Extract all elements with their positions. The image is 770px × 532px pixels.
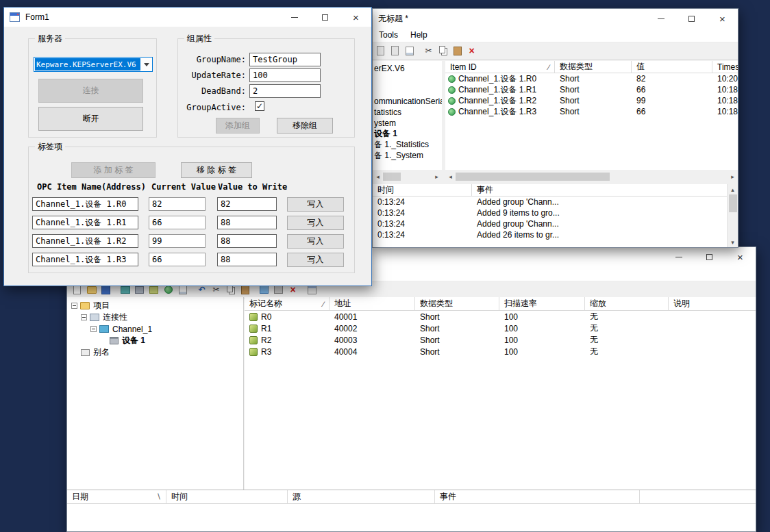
write-button[interactable]: 写入 — [287, 216, 344, 230]
current-value-field[interactable]: 82 — [149, 197, 206, 211]
maximize-button[interactable] — [310, 8, 340, 27]
scrollbar-thumb[interactable] — [383, 173, 401, 181]
scroll-left-icon[interactable]: ◂ — [445, 171, 456, 181]
item-name-field[interactable]: Channel_1.设备 1.R3 — [32, 253, 138, 266]
close-button[interactable]: × — [725, 247, 756, 267]
tree-item-aliases[interactable]: 别名 — [67, 346, 243, 358]
column-header-event[interactable]: 事件 — [435, 490, 640, 503]
tree-item-channel-1[interactable]: Channel_1 — [67, 323, 243, 335]
tree-item-group[interactable]: tatistics — [373, 106, 442, 118]
column-header-source[interactable]: 源 — [288, 490, 435, 503]
write-button[interactable]: 写入 — [287, 197, 344, 212]
item-name-field[interactable]: Channel_1.设备 1.R1 — [32, 216, 138, 229]
minimize-button[interactable] — [645, 9, 676, 28]
tree-item-group[interactable]: ystem — [373, 117, 442, 129]
maximize-button[interactable] — [694, 247, 725, 267]
column-header-date[interactable]: 日期 ∖ — [67, 490, 166, 503]
remove-group-button[interactable]: 移除组 — [277, 118, 333, 134]
menu-tools[interactable]: Tools — [373, 30, 404, 40]
item-name-field[interactable]: Channel_1.设备 1.R2 — [32, 234, 138, 248]
server-select[interactable]: Kepware.KEPServerEX.V6 — [34, 57, 153, 72]
write-value-field[interactable]: 82 — [217, 197, 277, 211]
item-list-horizontal-scrollbar[interactable]: ◂ ▸ — [445, 170, 738, 181]
scroll-right-icon[interactable]: ▸ — [728, 171, 738, 181]
group-name-field[interactable]: TestGroup — [249, 53, 321, 66]
tree-horizontal-scrollbar[interactable]: ◂ ▸ — [373, 170, 442, 181]
scroll-up-icon[interactable]: ▴ — [728, 184, 738, 194]
write-value-field[interactable]: 88 — [217, 253, 277, 266]
tag-row[interactable]: R2 40003 Short 100 无 — [245, 334, 756, 346]
log-vertical-scrollbar[interactable]: ▴ ▾ — [727, 184, 738, 247]
column-header-data-type[interactable]: 数据类型 — [415, 297, 499, 310]
close-button[interactable]: × — [340, 8, 371, 27]
item-name-field[interactable]: Channel_1.设备 1.R0 — [32, 197, 138, 211]
tree-item-group[interactable]: 备 1._Statistics — [373, 139, 442, 151]
collapse-icon[interactable] — [71, 303, 77, 309]
tree-item-connectivity[interactable]: 连接性 — [67, 312, 243, 323]
form1-titlebar[interactable]: Form1 × — [4, 8, 371, 27]
paste-icon[interactable] — [451, 45, 464, 58]
column-header-timestamp[interactable]: Times — [712, 61, 738, 73]
menu-help[interactable]: Help — [404, 30, 434, 40]
properties-icon[interactable] — [403, 45, 416, 58]
column-header-value[interactable]: 值 — [632, 61, 712, 73]
log-row[interactable]: 0:13:24 Added 26 items to gr... — [373, 229, 738, 240]
column-header-scan-rate[interactable]: 扫描速率 — [499, 297, 585, 310]
add-group-button[interactable]: 添加组 — [216, 118, 260, 134]
tag-row[interactable]: R1 40002 Short 100 无 — [245, 322, 756, 334]
tree-item-server[interactable]: erEX.V6 — [373, 62, 442, 74]
column-header-description[interactable]: 说明 — [669, 297, 756, 310]
collapse-icon[interactable] — [90, 326, 97, 332]
scroll-down-icon[interactable]: ▾ — [728, 237, 738, 247]
opc-item-row[interactable]: Channel_1.设备 1.R1 Short 66 10:18 — [445, 84, 738, 95]
scrollbar-thumb[interactable] — [456, 173, 610, 181]
log-row[interactable]: 0:13:24 Added group 'Chann... — [373, 218, 738, 229]
log-row[interactable]: 0:13:24 Added group 'Chann... — [373, 197, 738, 207]
opc-item-row[interactable]: Channel_1.设备 1.R3 Short 66 10:18 — [445, 106, 738, 117]
log-row[interactable]: 0:13:24 Added 9 items to gro... — [373, 207, 738, 218]
delete-icon[interactable]: × — [465, 45, 478, 58]
column-header-address[interactable]: 地址 — [330, 297, 415, 310]
write-button[interactable]: 写入 — [287, 253, 344, 267]
collapse-icon[interactable] — [81, 314, 87, 320]
group-active-checkbox[interactable]: ✓ — [255, 101, 264, 111]
import-icon[interactable] — [388, 45, 401, 58]
combo-dropdown-button[interactable] — [141, 58, 152, 71]
maximize-button[interactable] — [676, 9, 707, 28]
write-value-field[interactable]: 88 — [217, 234, 277, 248]
column-header-data-type[interactable]: 数据类型 — [555, 61, 632, 73]
opc-item-row[interactable]: Channel_1.设备 1.R2 Short 99 10:18 — [445, 95, 738, 106]
dead-band-field[interactable]: 2 — [249, 84, 321, 98]
remove-tag-button[interactable]: 移 除 标 签 — [181, 162, 252, 178]
column-header-scaling[interactable]: 缩放 — [585, 297, 669, 310]
current-value-field[interactable]: 66 — [149, 253, 206, 266]
quick-client-titlebar[interactable]: 无标题 * × — [373, 9, 738, 28]
write-value-field[interactable]: 88 — [217, 216, 277, 229]
column-header-tag-name[interactable]: 标记名称 ∕ — [245, 297, 330, 310]
connect-button[interactable]: 连接 — [38, 79, 143, 103]
tag-row[interactable]: R3 40004 Short 100 无 — [245, 346, 756, 357]
tree-item-project[interactable]: 项目 — [67, 300, 243, 312]
disconnect-button[interactable]: 断开 — [38, 107, 143, 131]
cut-icon[interactable]: ✂ — [422, 45, 435, 58]
export-icon[interactable] — [374, 45, 387, 58]
column-header-time[interactable]: 时间 — [166, 490, 288, 503]
tree-item-device-1[interactable]: 设备 1 — [67, 335, 243, 346]
tag-row[interactable]: R0 40001 Short 100 无 — [245, 311, 756, 322]
column-header-event[interactable]: 事件 — [472, 184, 727, 196]
copy-icon[interactable] — [436, 45, 449, 58]
column-header-time[interactable]: 时间 — [373, 184, 472, 196]
column-header-item-id[interactable]: Item ID ∕ — [445, 61, 555, 73]
current-value-field[interactable]: 99 — [149, 234, 206, 248]
current-value-field[interactable]: 66 — [149, 216, 206, 229]
scrollbar-thumb[interactable] — [729, 194, 737, 212]
opc-item-row[interactable]: Channel_1.设备 1.R0 Short 82 10:20 — [445, 73, 738, 84]
close-button[interactable]: × — [707, 9, 738, 28]
add-tag-button[interactable]: 添 加 标 签 — [71, 162, 156, 178]
minimize-button[interactable] — [279, 8, 310, 27]
update-rate-field[interactable]: 100 — [249, 68, 321, 82]
write-button[interactable]: 写入 — [287, 234, 344, 249]
tree-item-group[interactable]: 备 1._System — [373, 150, 442, 162]
tree-item-device-group[interactable]: 设备 1 — [373, 128, 442, 140]
minimize-button[interactable] — [663, 247, 694, 267]
